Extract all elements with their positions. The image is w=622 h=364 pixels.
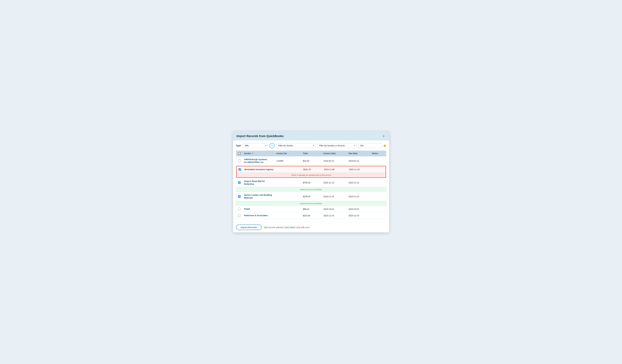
- row6-main: Robertson & Associates $315.00 2023-11-1…: [236, 212, 386, 219]
- row3-total: $755.00: [302, 182, 322, 184]
- table-row: Robertson & Associates $315.00 2023-11-1…: [236, 212, 386, 219]
- import-modal: Import Records from QuickBooks × Type Bi…: [233, 132, 389, 232]
- type-select[interactable]: Bills Invoices Expenses: [243, 143, 268, 148]
- stats-selected-count: (3x): [264, 226, 268, 229]
- modal-title: Import Records from QuickBooks: [236, 134, 284, 138]
- table-header: Vendor ▽ Invoice No Total Invoice Date D…: [236, 151, 386, 156]
- modal-footer: Import Records (3x) records selected | (…: [233, 222, 389, 232]
- type-label: Type: [236, 144, 241, 147]
- header-due-date: Due Date: [347, 152, 371, 155]
- records-table: Vendor ▽ Invoice No Total Invoice Date D…: [236, 151, 386, 219]
- row4-total: $205.00: [302, 195, 322, 198]
- row5-checkbox[interactable]: [238, 208, 241, 210]
- row4-invoice-date: 2023-11-15: [322, 195, 347, 198]
- row3-checkbox-cell[interactable]: [236, 181, 243, 184]
- row5-invoice-date: 2023-10-01: [322, 208, 347, 210]
- row3-due-date: 2023-12-13: [347, 182, 371, 184]
- stats-added-count: (2x): [285, 226, 289, 229]
- row4-vendor: Norton Lumber and Building Materials: [243, 194, 275, 199]
- row1-total: $10.00: [302, 160, 322, 162]
- row5-total: $86.44: [302, 208, 322, 210]
- row1-checkbox-cell[interactable]: [236, 160, 243, 162]
- row3-checkbox[interactable]: [238, 181, 241, 184]
- stats-selected-label: records selected |: [268, 226, 284, 229]
- row6-vendor: Robertson & Associates: [243, 214, 275, 217]
- row2-status-message: There is already an existing link to thi…: [236, 173, 386, 177]
- table-row-highlighted: Brosnahan Insurance Agency $241.23 2023-…: [236, 166, 386, 178]
- import-records-button[interactable]: Import Records: [236, 225, 262, 230]
- row2-checkbox-cell[interactable]: [236, 168, 243, 171]
- header-total: Total: [302, 152, 322, 155]
- clear-button[interactable]: ◉: [383, 144, 386, 147]
- stats-added-label: added |: [289, 226, 296, 229]
- row5-due-date: 2023-10-31: [347, 208, 371, 210]
- row4-checkbox[interactable]: [238, 195, 241, 198]
- number-filter-select[interactable]: Filter By Number or Amount...: [317, 143, 357, 148]
- vendor-filter-select[interactable]: Filter By Vendor...: [276, 143, 316, 148]
- row5-checkbox-cell[interactable]: [236, 208, 243, 210]
- header-invoice-date: Invoice Date: [322, 152, 347, 155]
- row5-vendor: PG&E: [243, 208, 275, 210]
- modal-header: Import Records from QuickBooks ×: [233, 132, 389, 140]
- clear-icon: ◉: [383, 144, 386, 147]
- modal-body: Type Bills Invoices Expenses ▼ ↻ Filter …: [233, 140, 389, 222]
- table-row: Norton Lumber and Building Materials $20…: [236, 192, 386, 206]
- refresh-button[interactable]: ↻: [270, 143, 275, 148]
- row6-invoice-date: 2023-11-15: [322, 214, 347, 217]
- row2-vendor: Brosnahan Insurance Agency: [243, 168, 275, 171]
- row4-checkbox-cell[interactable]: [236, 195, 243, 198]
- header-memo: Memo: [371, 152, 386, 155]
- row1-vendor: AIRPittsburgh Systems, Inc.INDUSTRIAL In…: [243, 158, 275, 164]
- row1-checkbox[interactable]: [238, 160, 241, 162]
- refresh-icon: ↻: [271, 144, 273, 147]
- row6-due-date: 2023-11-15: [347, 214, 371, 217]
- table-row: AIRPittsburgh Systems, Inc.INDUSTRIAL In…: [236, 156, 386, 166]
- header-invoice-no: Invoice No: [275, 152, 302, 155]
- row5-main: PG&E $86.44 2023-10-01 2023-10-31: [236, 206, 386, 212]
- row-main: AIRPittsburgh Systems, Inc.INDUSTRIAL In…: [236, 156, 386, 165]
- row3-invoice-date: 2023-11-13: [322, 182, 347, 184]
- table-body: AIRPittsburgh Systems, Inc.INDUSTRIAL In…: [236, 156, 386, 219]
- stats-error-count: (1x): [297, 226, 300, 229]
- row2-main: Brosnahan Insurance Agency $241.23 2023-…: [236, 166, 386, 173]
- row2-invoice-date: 2023-11-08: [323, 168, 348, 171]
- row2-due-date: 2023-11-18: [348, 168, 371, 171]
- footer-stats: (3x) records selected | (2x) added | (1x…: [264, 226, 310, 229]
- row6-checkbox-cell[interactable]: [236, 214, 243, 217]
- row3-main: Diego's Road Warrior Bodyshop $755.00 20…: [236, 178, 386, 187]
- row4-main: Norton Lumber and Building Materials $20…: [236, 192, 386, 201]
- filter-row: Type Bills Invoices Expenses ▼ ↻ Filter …: [236, 143, 386, 148]
- vendor-sort-icon: ▽: [252, 152, 253, 154]
- stats-error-label: with error: [301, 226, 310, 229]
- row2-total: $241.23: [302, 168, 323, 171]
- row3-vendor: Diego's Road Warrior Bodyshop: [243, 180, 275, 185]
- row6-checkbox[interactable]: [238, 214, 241, 217]
- close-button[interactable]: ×: [382, 134, 386, 138]
- row4-due-date: 2023-11-15: [347, 195, 371, 198]
- table-row: PG&E $86.44 2023-10-01 2023-10-31: [236, 206, 386, 212]
- row1-due-date: 2024-02-12: [347, 160, 371, 162]
- row3-status-message: Import record successful.: [236, 187, 386, 192]
- number-filter-wrapper: Filter By Number or Amount... ▼: [317, 143, 357, 148]
- header-checkbox-indeterminate[interactable]: [238, 152, 241, 155]
- na-value: N/A: [358, 143, 382, 148]
- row2-checkbox[interactable]: [238, 168, 241, 171]
- row1-invoice-no: 123456: [275, 160, 302, 162]
- row1-invoice-date: 2024-02-12: [322, 160, 347, 162]
- row6-total: $315.00: [302, 214, 322, 217]
- vendor-filter-wrapper: Filter By Vendor... ▼: [276, 143, 316, 148]
- table-row: Diego's Road Warrior Bodyshop $755.00 20…: [236, 178, 386, 192]
- header-checkbox-cell[interactable]: [236, 152, 243, 155]
- header-vendor: Vendor ▽: [243, 152, 275, 155]
- row4-status-message: Import record successful.: [236, 201, 386, 206]
- type-select-wrapper: Bills Invoices Expenses ▼: [243, 143, 268, 148]
